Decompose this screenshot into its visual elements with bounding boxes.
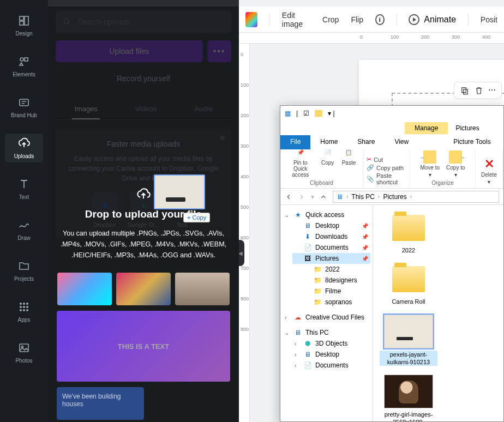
delete-button[interactable]: ✕Delete▾ — [478, 156, 500, 186]
file-folder[interactable]: 2022 — [380, 212, 437, 254]
svg-rect-18 — [462, 88, 466, 93]
upload-more-button[interactable]: ••• — [207, 40, 231, 62]
faster-title: Faster media uploads — [63, 140, 224, 148]
rail-apps[interactable]: Apps — [5, 297, 43, 326]
crop-button[interactable]: Crop — [322, 15, 339, 24]
paste-shortcut-button[interactable]: 📎Paste shortcut — [367, 172, 406, 186]
rail-projects[interactable]: Projects — [5, 256, 43, 285]
svg-point-6 — [20, 303, 22, 305]
rail-design[interactable]: Design — [5, 11, 43, 40]
more-icon[interactable]: ⋯ — [488, 86, 496, 95]
record-yourself-button[interactable]: Record yourself — [56, 68, 231, 89]
close-icon[interactable]: ✕ — [219, 133, 226, 143]
recent-dropdown-icon[interactable]: ▾ — [311, 193, 314, 201]
trash-icon[interactable] — [474, 86, 484, 95]
ruler-vertical: 0100 200300 400500 600700 800900 — [239, 44, 250, 422]
explorer-files: 2022 Camera Roll pexels-jayant-kulkarni-… — [373, 205, 503, 421]
file-explorer-window: ▦|☑▾ | Manage Pictures File Home Share V… — [280, 105, 504, 422]
panel-collapse-button[interactable]: ◀ — [237, 240, 244, 266]
connect-box[interactable]: boxBox — [169, 192, 195, 228]
file-folder[interactable]: Camera Roll — [380, 263, 437, 305]
rail-draw[interactable]: Draw — [5, 215, 43, 244]
tree-creative-cloud[interactable]: ›☁Creative Cloud Files — [283, 312, 370, 323]
explorer-nav: ▾ 🖥 › This PC › Pictures › — [280, 189, 503, 205]
edit-image-button[interactable]: Edit image — [282, 11, 310, 28]
floating-tools: ⋯ — [454, 82, 502, 99]
faster-desc: Easily access and upload all your media … — [63, 154, 224, 183]
pin-quick-access-button[interactable]: 📌Pin to Quick access — [284, 144, 317, 179]
ribbon-tab-picture-tools[interactable]: Picture Tools — [443, 135, 500, 149]
tree-this-pc[interactable]: ⌄🖥This PC — [283, 327, 370, 338]
svg-rect-15 — [20, 344, 28, 352]
svg-point-12 — [20, 309, 22, 311]
connect-dropbox[interactable]: ◆Dropbox — [92, 192, 118, 228]
tree-folder[interactable]: 📁sopranos — [302, 297, 370, 308]
search-input[interactable] — [77, 17, 225, 26]
file-image[interactable]: pretty-girl-images-2560x1600-wallpaper-c… — [380, 375, 437, 421]
copy-path-button[interactable]: 🔗Copy path — [367, 164, 404, 172]
tree-pictures[interactable]: 🖼Pictures📌 — [292, 253, 370, 264]
tab-images[interactable]: Images — [72, 99, 100, 119]
address-bar[interactable]: 🖥 › This PC › Pictures › — [333, 191, 499, 203]
forward-icon[interactable] — [298, 193, 305, 201]
uploads-panel: Upload files ••• Record yourself Images … — [48, 0, 239, 422]
connect-google-drive[interactable]: ▲Google Dr... — [128, 192, 160, 228]
info-icon[interactable]: i — [375, 14, 385, 25]
svg-rect-19 — [464, 89, 468, 94]
rail-text[interactable]: Text — [5, 174, 43, 203]
folder-icon — [315, 110, 322, 117]
svg-point-10 — [23, 306, 25, 308]
tab-videos[interactable]: Videos — [133, 99, 159, 119]
position-button[interactable]: Posit — [481, 15, 497, 24]
svg-point-8 — [26, 303, 28, 305]
copy-to-button[interactable]: →Copy to▾ — [443, 149, 468, 179]
animate-button[interactable]: Animate — [409, 14, 456, 25]
copy-button[interactable]: 📄Copy — [318, 144, 338, 167]
flip-button[interactable]: Flip — [351, 15, 363, 24]
manage-tab[interactable]: Manage — [405, 122, 448, 134]
side-rail: Design Elements Brand Hub Uploads Text D… — [0, 0, 48, 422]
tree-desktop-pc[interactable]: ›🖥Desktop — [292, 349, 370, 360]
rail-elements[interactable]: Elements — [5, 52, 43, 81]
tree-documents-pc[interactable]: ›📄Documents — [292, 360, 370, 371]
svg-rect-1 — [25, 16, 28, 25]
svg-point-13 — [23, 309, 25, 311]
ribbon: 📌Pin to Quick access 📄Copy 📋Paste Clipbo… — [280, 149, 503, 189]
tree-3d-objects[interactable]: ›⬢3D Objects — [292, 338, 370, 349]
rail-brand-hub[interactable]: Brand Hub — [5, 93, 43, 122]
canvas-toolbar: Edit image Crop Flip i Animate Posit — [239, 7, 504, 33]
explorer-titlebar: ▦|☑▾ | — [280, 106, 503, 121]
svg-point-14 — [26, 309, 28, 311]
color-picker[interactable] — [245, 12, 257, 27]
rail-photos[interactable]: Photos — [5, 338, 43, 367]
tree-folder[interactable]: 📁2022 — [302, 264, 370, 275]
explorer-tree: ⌄★Quick access 🖥Desktop📌 ⬇Downloads📌 📄Do… — [280, 205, 373, 421]
ribbon-tab-view[interactable]: View — [385, 135, 418, 149]
rail-uploads[interactable]: Uploads — [5, 134, 43, 162]
search-icon — [62, 17, 72, 27]
svg-point-17 — [64, 19, 69, 23]
back-icon[interactable] — [285, 193, 292, 201]
search-uploads[interactable] — [56, 11, 231, 33]
file-image[interactable]: pexels-jayant-kulkarni-910213 — [380, 315, 437, 366]
animate-icon — [409, 14, 419, 25]
upload-files-button[interactable]: Upload files — [56, 40, 203, 62]
up-icon[interactable] — [320, 193, 327, 201]
duplicate-icon[interactable] — [460, 86, 470, 95]
window-title: Pictures — [448, 122, 487, 134]
svg-rect-4 — [25, 58, 28, 61]
tree-folder[interactable]: 📁8designers — [302, 275, 370, 286]
tree-desktop[interactable]: 🖥Desktop📌 — [292, 220, 370, 231]
faster-uploads-card: ✕ Faster media uploads Easily access and… — [56, 129, 231, 239]
tree-downloads[interactable]: ⬇Downloads📌 — [292, 231, 370, 242]
svg-rect-2 — [20, 21, 23, 25]
tab-audio[interactable]: Audio — [192, 99, 214, 119]
cut-button[interactable]: ✂Cut — [367, 155, 383, 164]
svg-point-7 — [23, 303, 25, 305]
tree-quick-access[interactable]: ⌄★Quick access — [283, 209, 370, 220]
paste-button[interactable]: 📋Paste — [339, 144, 359, 167]
tree-documents[interactable]: 📄Documents📌 — [292, 242, 370, 253]
tree-folder[interactable]: 📁Filme — [302, 286, 370, 297]
svg-point-9 — [20, 306, 22, 308]
move-to-button[interactable]: ←Move to▾ — [417, 149, 443, 179]
